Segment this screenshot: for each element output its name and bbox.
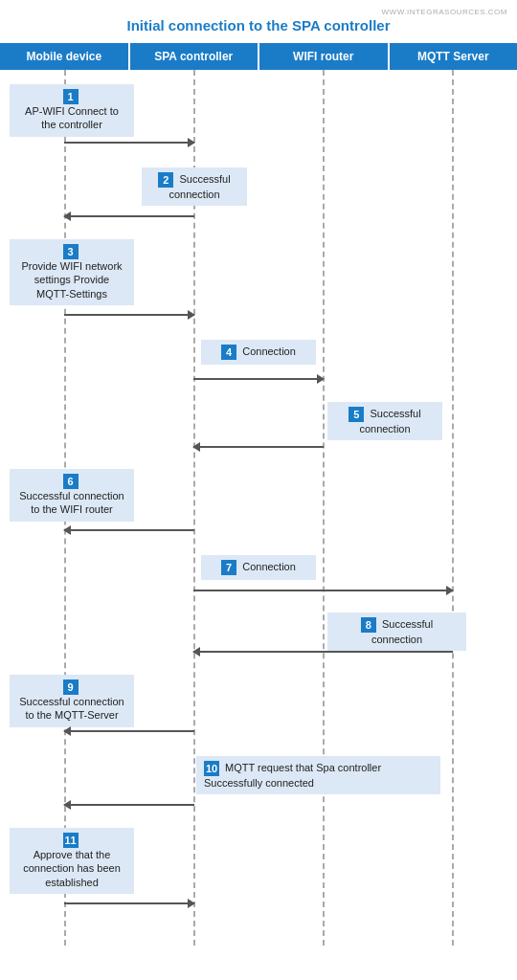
step-num-6: 6 [63,474,79,489]
step-row-5: 5 Successful connection [0,400,517,457]
arrow-6 [64,529,194,531]
step-text-10: MQTT request that Spa controller Success… [204,762,381,789]
step-text-5: Successful connection [359,408,420,434]
step-row-7: 7 Connection [0,553,517,601]
step-box-2: 2 Successful connection [142,167,247,206]
step-text-8: Successful connection [371,618,433,645]
arrow-7 [193,590,453,591]
arrow-1 [64,142,194,144]
step-num-5: 5 [348,407,364,422]
step-box-10: 10 MQTT request that Spa controller Succ… [196,756,440,794]
arrow-4 [193,378,324,380]
step-box-4: 4 Connection [201,340,316,365]
col-header-wifi: WIFI router [259,43,390,70]
step-row-8: 8 Successful connection [0,611,517,663]
col-header-mqtt: MQTT Server [390,43,518,70]
arrow-9 [64,730,194,732]
step-num-3: 3 [63,244,79,259]
col-header-mobile: Mobile device [0,43,130,70]
arrow-8 [193,651,453,653]
step-num-2: 2 [158,172,173,188]
step-text-7: Connection [242,561,296,572]
step-text-3: Provide WIFI network settings Provide MQ… [21,260,122,300]
step-box-8: 8 Successful connection [327,612,466,651]
step-num-9: 9 [63,679,79,695]
step-box-11: 11 Approve that the connection has been … [10,828,134,894]
step-text-11: Approve that the connection has been est… [23,849,121,888]
arrow-3 [64,314,194,316]
step-row-11: 11 Approve that the connection has been … [0,826,517,917]
step-text-1: AP-WIFI Connect to the controller [25,105,119,130]
watermark: WWW.INTEGRASOURCES.COM [382,8,507,16]
step-row-6: 6 Successful connection to the WIFI rout… [0,467,517,544]
step-row-1: 1 AP-WIFI Connect to the controller [0,79,517,156]
step-num-7: 7 [221,560,236,575]
step-text-2: Successful connection [169,173,230,200]
step-text-6: Successful connection to the WIFI router [19,490,124,515]
step-text-4: Connection [242,345,296,357]
step-row-9: 9 Successful connection to the MQTT-Serv… [0,673,517,745]
step-box-5: 5 Successful connection [327,402,442,440]
page-title: Initial connection to the SPA controller [0,0,517,43]
step-box-3: 3 Provide WIFI network settings Provide … [10,239,134,305]
step-num-1: 1 [63,89,79,104]
step-num-11: 11 [63,833,79,848]
step-box-7: 7 Connection [201,555,316,580]
step-num-8: 8 [361,617,376,633]
col-header-spa: SPA controller [130,43,260,70]
step-num-10: 10 [204,761,219,776]
step-box-1: 1 AP-WIFI Connect to the controller [10,84,134,137]
step-text-9: Successful connection to the MQTT-Server [19,696,124,721]
step-row-4: 4 Connection [0,338,517,390]
step-box-6: 6 Successful connection to the WIFI rout… [10,469,134,522]
step-row-3: 3 Provide WIFI network settings Provide … [0,237,517,328]
arrow-5 [193,446,324,448]
step-box-9: 9 Successful connection to the MQTT-Serv… [10,675,134,727]
arrow-10 [64,804,194,806]
step-row-2: 2 Successful connection [0,166,517,228]
diagram: 1 AP-WIFI Connect to the controller 2 Su… [0,70,517,946]
steps-container: 1 AP-WIFI Connect to the controller 2 Su… [0,70,517,946]
columns-header: Mobile device SPA controller WIFI router… [0,43,517,70]
arrow-2 [64,215,194,217]
step-num-4: 4 [221,345,236,360]
arrow-11 [64,902,194,904]
step-row-10: 10 MQTT request that Spa controller Succ… [0,754,517,816]
